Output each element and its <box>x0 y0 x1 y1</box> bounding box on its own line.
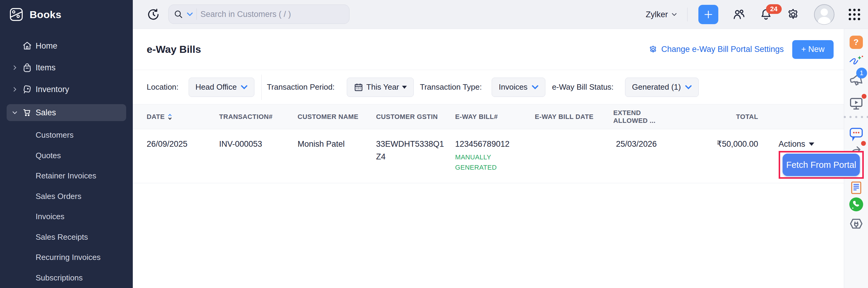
apps-grid-icon[interactable] <box>849 9 860 20</box>
row-actions-dropdown[interactable]: Actions <box>758 138 844 150</box>
type-value: Invoices <box>499 82 527 92</box>
location-value: Head Office <box>195 82 237 92</box>
sidebar-item-customers[interactable]: Customers <box>36 127 126 143</box>
sidebar-item-label: Inventory <box>36 85 69 94</box>
sidebar-item-inventory[interactable]: Inventory <box>0 81 133 97</box>
sort-icon <box>168 113 172 120</box>
col-header-transaction: TRANSACTION# <box>219 113 298 121</box>
sub-item-label: Quotes <box>36 151 61 160</box>
chevron-down-icon <box>685 85 692 89</box>
highlight-annotation: Fetch From Portal <box>779 151 864 179</box>
calendar-icon <box>354 82 363 92</box>
org-name: Zylker <box>646 10 668 19</box>
help-glyph: ? <box>854 37 859 47</box>
home-icon <box>22 40 33 51</box>
sidebar-item-label: Sales <box>36 108 56 117</box>
chevron-right-icon <box>12 87 18 92</box>
status-dropdown[interactable]: Generated (1) <box>625 78 699 97</box>
sidebar-item-sales[interactable]: Sales <box>0 105 133 121</box>
notification-dot <box>862 94 867 99</box>
status-value: Generated (1) <box>632 82 681 92</box>
type-dropdown[interactable]: Invoices <box>492 78 545 97</box>
location-label: Location: <box>147 82 179 92</box>
page-header: e-Way Bills Change e-Way Bill Portal Set… <box>133 29 844 70</box>
eway-bill-status-badge: MANUALLY GENERATED <box>455 152 516 173</box>
page-title: e-Way Bills <box>147 44 201 55</box>
eway-bill-number: 123456789012 <box>455 138 535 150</box>
sidebar-item-recurring-invoices[interactable]: Recurring Invoices <box>36 249 126 265</box>
new-button[interactable]: + New <box>792 40 834 59</box>
rail-dots-separator <box>843 116 868 118</box>
feedback-chat-icon[interactable] <box>849 126 864 141</box>
col-header-eway-bill-date: E-WAY BILL DATE <box>535 113 613 121</box>
change-portal-settings-link[interactable]: Change e-Way Bill Portal Settings <box>649 45 784 54</box>
period-dropdown[interactable]: This Year <box>347 78 414 97</box>
recent-history-icon[interactable] <box>147 8 160 21</box>
sidebar-item-quotes[interactable]: Quotes <box>36 148 126 163</box>
whats-new-icon[interactable] <box>849 180 864 196</box>
col-header-customer-gstin: CUSTOMER GSTIN <box>376 113 455 121</box>
items-bag-icon <box>22 62 33 73</box>
global-search <box>168 4 349 24</box>
sidebar-item-label: Items <box>36 63 56 73</box>
sidebar-item-items[interactable]: Items <box>0 59 133 76</box>
sub-item-label: Recurring Invoices <box>36 253 100 262</box>
col-header-total: TOTAL <box>674 113 758 121</box>
cell-transaction-number: INV-000053 <box>219 138 298 150</box>
notification-count-badge: 24 <box>766 4 782 14</box>
sidebar-item-sales-receipts[interactable]: Sales Receipts <box>36 229 126 245</box>
chevron-down-icon <box>672 13 677 16</box>
org-selector[interactable]: Zylker <box>646 10 677 19</box>
notifications-bell-icon[interactable]: 24 <box>760 8 773 21</box>
chevron-down-icon <box>532 85 538 89</box>
sidebar-item-retainer-invoices[interactable]: Retainer Invoices <box>36 168 126 183</box>
sidebar-item-home[interactable]: Home <box>0 38 133 54</box>
sidebar: Books Home Items <box>0 0 133 288</box>
filter-bar: Location: Head Office Transaction Period… <box>133 70 844 105</box>
chevron-right-icon <box>12 65 18 70</box>
zia-assistant-icon[interactable] <box>849 55 864 68</box>
integrations-plug-icon[interactable] <box>849 216 864 231</box>
cell-customer-name: Monish Patel <box>298 138 376 150</box>
table-header-row: DATE TRANSACTION# CUSTOMER NAME CUSTOMER… <box>133 105 844 129</box>
whatsapp-icon[interactable] <box>849 197 864 212</box>
gear-icon <box>649 45 658 54</box>
announcement-count-badge: 1 <box>856 68 867 79</box>
plus-icon <box>703 9 714 20</box>
search-icon <box>174 9 183 19</box>
location-dropdown[interactable]: Head Office <box>189 78 255 97</box>
search-scope-chevron-icon[interactable] <box>187 12 193 16</box>
sub-item-label: Retainer Invoices <box>36 171 96 180</box>
col-header-date[interactable]: DATE <box>147 113 219 121</box>
app-logo[interactable]: Books <box>0 0 133 29</box>
quick-create-button[interactable] <box>699 5 718 24</box>
period-label: Transaction Period: <box>267 82 334 92</box>
sub-item-label: Invoices <box>36 212 64 221</box>
sidebar-item-sales-orders[interactable]: Sales Orders <box>36 189 126 204</box>
topbar: Zylker 24 <box>133 0 868 29</box>
col-header-extend-allowed: EXTEND ALLOWED ... <box>613 109 674 125</box>
video-tutorials-icon[interactable] <box>849 96 864 111</box>
actions-label: Actions <box>778 138 805 150</box>
users-icon[interactable] <box>732 8 745 21</box>
user-avatar[interactable] <box>814 4 835 25</box>
caret-down-icon <box>402 86 407 89</box>
app-logo-text: Books <box>30 9 61 21</box>
sales-cart-icon <box>22 107 33 118</box>
notification-dot <box>861 141 866 146</box>
chevron-down-icon <box>12 110 18 115</box>
sub-item-label: Subscriptions <box>36 273 83 283</box>
cell-eway-bill: 123456789012 MANUALLY GENERATED <box>455 138 535 173</box>
status-label: e-Way Bill Status: <box>552 82 614 92</box>
help-icon[interactable]: ? <box>849 36 863 49</box>
settings-gear-icon[interactable] <box>786 8 800 21</box>
sidebar-item-subscriptions[interactable]: Subscriptions <box>36 270 126 286</box>
table-row: 26/09/2025 INV-000053 Monish Patel 33EWD… <box>133 129 844 183</box>
search-input[interactable] <box>200 10 344 19</box>
cell-customer-gstin: 33EWDHT5338Q1Z4 <box>376 138 445 163</box>
col-header-eway-bill-number: E-WAY BILL# <box>455 113 535 121</box>
announcements-megaphone-icon[interactable]: 1 <box>848 72 864 88</box>
sidebar-item-invoices[interactable]: Invoices <box>36 209 126 224</box>
fetch-from-portal-button[interactable]: Fetch From Portal <box>783 154 860 176</box>
inventory-box-icon <box>22 84 33 95</box>
